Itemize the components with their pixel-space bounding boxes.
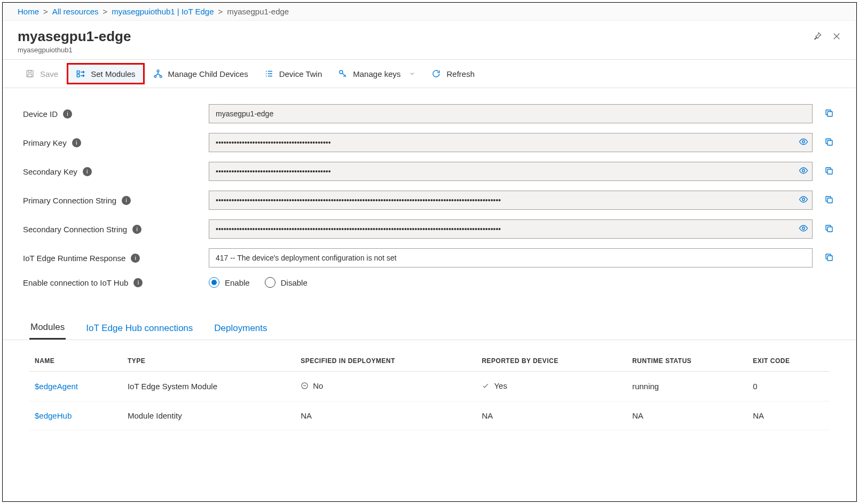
svg-rect-11 <box>828 140 832 145</box>
key-icon <box>338 69 348 78</box>
info-icon[interactable]: i <box>83 167 92 176</box>
copy-icon <box>824 166 834 176</box>
close-icon <box>832 32 841 41</box>
secondary-key-field[interactable] <box>209 162 813 181</box>
toolbar-label: Refresh <box>446 69 475 78</box>
primary-key-field[interactable] <box>209 133 813 152</box>
refresh-icon <box>431 69 441 78</box>
check-icon <box>482 382 490 390</box>
cell-reported: Yes <box>494 381 507 390</box>
copy-button[interactable] <box>822 164 836 179</box>
cell-exit: NA <box>747 401 830 430</box>
primary-conn-field[interactable] <box>209 191 813 210</box>
eye-icon <box>799 166 808 176</box>
device-id-field[interactable] <box>209 104 813 123</box>
tab-bar: Modules IoT Edge Hub connections Deploym… <box>3 303 856 340</box>
copy-button[interactable] <box>822 193 836 208</box>
modules-icon <box>76 69 85 78</box>
svg-point-14 <box>802 198 805 201</box>
reveal-button[interactable] <box>799 224 808 235</box>
reveal-button[interactable] <box>799 137 808 148</box>
tab-deployments[interactable]: Deployments <box>213 319 268 340</box>
radio-label: Disable <box>281 278 308 287</box>
info-icon[interactable]: i <box>63 109 72 119</box>
cell-type: Module Identity <box>122 401 295 430</box>
cell-specified: NA <box>295 401 476 430</box>
svg-point-7 <box>160 75 162 77</box>
svg-rect-13 <box>828 169 832 174</box>
pin-icon <box>813 32 822 41</box>
cell-status: running <box>627 372 747 401</box>
svg-point-10 <box>802 140 805 143</box>
copy-button[interactable] <box>822 222 836 237</box>
svg-rect-2 <box>28 74 32 77</box>
svg-rect-15 <box>828 198 832 203</box>
disable-radio[interactable]: Disable <box>265 277 308 288</box>
reveal-button[interactable] <box>799 195 808 206</box>
breadcrumb-link[interactable]: All resources <box>52 7 99 16</box>
module-link[interactable]: $edgeHub <box>35 411 72 420</box>
breadcrumb: Home > All resources > myasegpuiothub1 |… <box>3 3 856 21</box>
device-twin-button[interactable]: Device Twin <box>257 65 330 83</box>
module-link[interactable]: $edgeAgent <box>35 382 78 391</box>
list-icon <box>264 69 274 78</box>
eye-icon <box>799 137 808 147</box>
breadcrumb-current: myasegpu1-edge <box>227 7 289 16</box>
chevron-right-icon: > <box>218 7 223 16</box>
secondary-conn-label: Secondary Connection String <box>23 225 127 234</box>
chevron-down-icon <box>409 69 415 78</box>
svg-rect-1 <box>28 70 31 73</box>
copy-icon <box>824 137 834 147</box>
runtime-response-field[interactable] <box>209 248 813 267</box>
secondary-conn-field[interactable] <box>209 219 813 239</box>
save-button: Save <box>18 65 66 83</box>
copy-button[interactable] <box>822 106 836 122</box>
info-icon[interactable]: i <box>122 196 131 205</box>
enable-radio[interactable]: Enable <box>209 277 250 288</box>
close-button[interactable] <box>832 32 841 43</box>
toolbar-label: Device Twin <box>279 69 322 78</box>
eye-icon <box>799 195 808 204</box>
copy-button[interactable] <box>822 135 836 151</box>
cell-exit: 0 <box>747 372 830 401</box>
svg-rect-9 <box>828 112 832 116</box>
toolbar: Save Set Modules Manage Child Devices De… <box>3 59 856 88</box>
manage-keys-button[interactable]: Manage keys <box>330 65 423 83</box>
radio-label: Enable <box>225 278 250 287</box>
svg-point-8 <box>340 70 343 74</box>
refresh-button[interactable]: Refresh <box>424 65 482 83</box>
info-icon[interactable]: i <box>72 138 81 147</box>
svg-rect-4 <box>77 75 80 77</box>
info-icon[interactable]: i <box>132 225 141 234</box>
primary-conn-label: Primary Connection String <box>23 196 116 205</box>
cell-specified: No <box>313 381 323 390</box>
tab-modules[interactable]: Modules <box>29 319 66 340</box>
set-modules-button[interactable]: Set Modules <box>67 63 144 84</box>
col-type: TYPE <box>122 351 295 372</box>
info-icon[interactable]: i <box>133 278 143 287</box>
svg-point-16 <box>802 227 805 230</box>
tab-connections[interactable]: IoT Edge Hub connections <box>85 319 194 340</box>
page-title: myasegpu1-edge <box>18 28 131 45</box>
chevron-right-icon: > <box>43 7 48 16</box>
toolbar-label: Manage keys <box>353 69 400 78</box>
breadcrumb-link[interactable]: Home <box>18 7 39 16</box>
chevron-right-icon: > <box>103 7 107 16</box>
copy-button[interactable] <box>822 250 836 266</box>
copy-icon <box>824 224 834 233</box>
info-icon[interactable]: i <box>131 254 140 263</box>
copy-icon <box>824 253 834 262</box>
minus-circle-icon <box>301 382 309 390</box>
col-name: NAME <box>29 351 122 372</box>
pin-button[interactable] <box>813 32 822 43</box>
svg-point-12 <box>802 169 805 172</box>
reveal-button[interactable] <box>799 166 808 177</box>
cell-type: IoT Edge System Module <box>122 372 295 401</box>
col-exit: EXIT CODE <box>747 351 830 372</box>
breadcrumb-link[interactable]: myasegpuiothub1 | IoT Edge <box>112 7 214 16</box>
manage-child-devices-button[interactable]: Manage Child Devices <box>146 65 256 83</box>
radio-icon <box>209 277 219 288</box>
hierarchy-icon <box>153 69 163 78</box>
modules-table: NAME TYPE SPECIFIED IN DEPLOYMENT REPORT… <box>29 351 830 430</box>
svg-rect-3 <box>77 71 80 74</box>
